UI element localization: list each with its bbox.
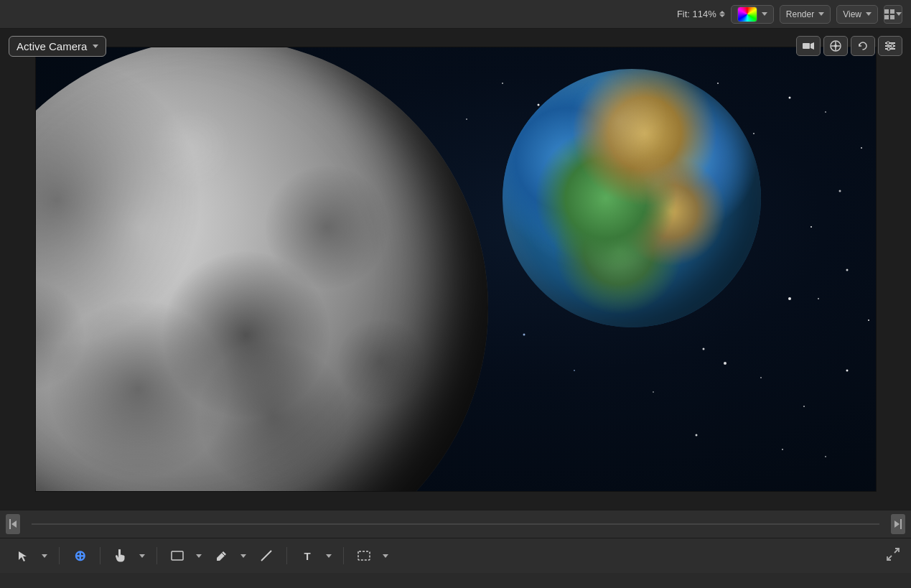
svg-rect-0 <box>884 9 889 14</box>
rotate-view-button[interactable] <box>851 36 875 56</box>
svg-point-30 <box>466 118 467 120</box>
move-icon <box>830 40 841 52</box>
svg-marker-56 <box>894 521 900 528</box>
svg-line-63 <box>887 556 892 560</box>
svg-point-23 <box>810 226 812 228</box>
render-label: Render <box>786 9 814 19</box>
scrubber-timeline[interactable] <box>32 523 879 525</box>
select-arrow-icon <box>17 550 29 561</box>
svg-point-41 <box>803 406 805 407</box>
svg-point-52 <box>523 334 525 336</box>
view-chevron-icon <box>866 12 872 16</box>
mask-tool-button[interactable] <box>352 544 375 567</box>
svg-rect-61 <box>358 551 370 560</box>
earth <box>503 69 761 327</box>
svg-point-42 <box>846 370 848 372</box>
hand-chevron-icon <box>139 554 145 558</box>
camera-label: Active Camera <box>17 40 87 52</box>
color-chevron-icon <box>762 12 767 16</box>
svg-point-39 <box>702 348 704 350</box>
expand-button[interactable] <box>887 548 900 564</box>
scrubber-end-button[interactable] <box>891 514 905 534</box>
line-tool-button[interactable] <box>255 544 278 567</box>
bottom-toolbar: ⊕ <box>0 538 911 573</box>
shape-tool-button[interactable] <box>166 544 189 567</box>
scrubber-start-icon <box>9 519 17 529</box>
view-button[interactable]: View <box>836 5 878 24</box>
layout-icon <box>884 9 894 19</box>
hand-tool-dropdown[interactable] <box>135 544 148 567</box>
separator-5 <box>343 547 344 564</box>
view-label: View <box>843 9 861 19</box>
select-tool-button[interactable] <box>11 544 34 567</box>
pen-chevron-icon <box>240 554 246 558</box>
pen-tool-group <box>210 544 249 567</box>
hand-tool-button[interactable] <box>109 544 132 567</box>
svg-point-45 <box>782 449 783 450</box>
scrubber-end-icon <box>894 519 902 529</box>
svg-point-33 <box>868 319 869 321</box>
svg-rect-58 <box>172 551 183 560</box>
adjust-view-button[interactable] <box>878 36 902 56</box>
svg-point-43 <box>653 391 654 393</box>
adjust-icon <box>885 41 895 51</box>
scene-canvas <box>35 47 877 492</box>
svg-point-20 <box>825 111 826 113</box>
layout-button[interactable] <box>884 5 902 24</box>
svg-point-32 <box>818 298 819 299</box>
shape-tool-dropdown[interactable] <box>192 544 205 567</box>
shape-icon <box>171 551 184 561</box>
render-button[interactable]: Render <box>780 5 831 24</box>
move-view-button[interactable] <box>823 36 848 56</box>
svg-rect-4 <box>803 43 810 49</box>
svg-point-17 <box>717 83 719 84</box>
svg-point-28 <box>537 104 539 106</box>
line-icon <box>260 549 273 562</box>
separator-4 <box>286 547 287 564</box>
text-tool-button[interactable]: T <box>296 544 319 567</box>
svg-point-14 <box>891 45 894 47</box>
svg-point-22 <box>838 190 841 192</box>
select-tool-group <box>11 544 50 567</box>
text-tool-dropdown[interactable] <box>322 544 335 567</box>
rotate-icon <box>857 40 869 52</box>
layout-chevron-icon <box>896 12 902 16</box>
viewport-wrapper: Active Camera <box>0 29 911 510</box>
camera-record-icon <box>803 42 814 50</box>
scrubber-start-button[interactable] <box>6 514 20 534</box>
scrubber-bar <box>0 510 911 538</box>
shape-tool-group <box>166 544 205 567</box>
separator-2 <box>100 547 101 564</box>
camera-chevron-icon <box>93 45 98 48</box>
pen-tool-dropdown[interactable] <box>236 544 249 567</box>
svg-point-31 <box>846 269 848 271</box>
svg-point-18 <box>753 133 755 134</box>
render-chevron-icon <box>818 12 824 16</box>
zoom-control[interactable]: Fit: 114% <box>677 9 725 19</box>
svg-point-44 <box>695 434 697 437</box>
shape-chevron-icon <box>196 554 202 558</box>
separator-3 <box>156 547 157 564</box>
svg-point-40 <box>760 377 762 378</box>
svg-point-15 <box>887 47 890 50</box>
select-tool-dropdown[interactable] <box>37 544 50 567</box>
pen-tool-button[interactable] <box>210 544 233 567</box>
zoom-arrows-icon <box>719 11 725 17</box>
svg-marker-54 <box>11 521 17 528</box>
hand-icon <box>115 549 126 562</box>
orbit-icon: ⊕ <box>74 547 86 564</box>
text-icon: T <box>304 550 310 562</box>
svg-rect-2 <box>884 15 889 19</box>
color-button[interactable] <box>731 5 774 24</box>
camera-dropdown[interactable]: Active Camera <box>9 36 106 57</box>
mask-tool-dropdown[interactable] <box>378 544 391 567</box>
svg-point-21 <box>861 147 862 149</box>
camera-record-button[interactable] <box>796 36 821 56</box>
svg-point-13 <box>887 42 889 45</box>
mask-chevron-icon <box>383 554 388 558</box>
svg-point-47 <box>788 297 791 300</box>
svg-point-46 <box>825 456 826 457</box>
orbit-tool-button[interactable]: ⊕ <box>68 544 91 567</box>
svg-line-60 <box>261 551 271 561</box>
viewport-controls <box>796 36 902 56</box>
